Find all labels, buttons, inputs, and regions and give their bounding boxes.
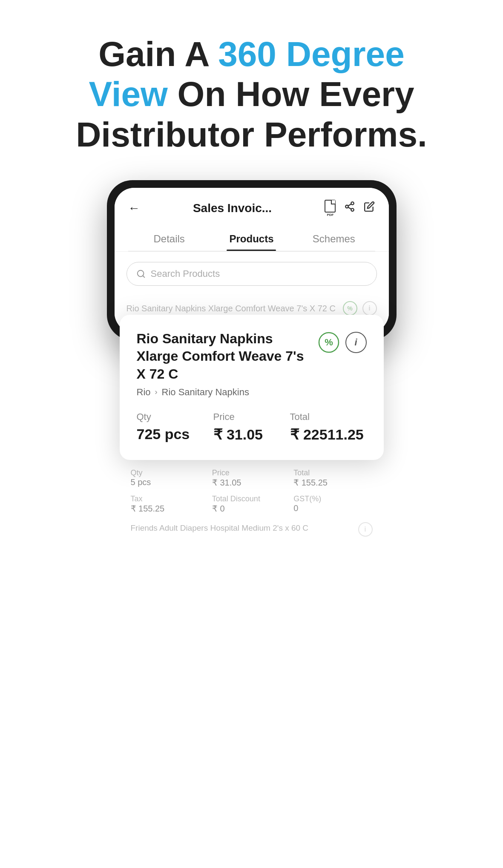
nav-title: Sales Invoic... — [193, 201, 272, 215]
lower-phone-section: Qty 5 pcs Price ₹ 31.05 Total ₹ 155.25 T… — [107, 460, 397, 549]
lower-gst-col: GST(%) 0 — [293, 494, 372, 514]
lower-qty-label: Qty — [131, 468, 210, 477]
lower-grid-2: Tax ₹ 155.25 Total Discount ₹ 0 GST(%) 0 — [131, 494, 373, 514]
phone-screen: ← Sales Invoic... PDF — [115, 188, 389, 333]
back-button[interactable]: ← — [128, 201, 140, 215]
search-bar[interactable]: Search Products — [126, 262, 377, 286]
faded-badge-icon: % — [343, 301, 357, 316]
lower-discount-value: ₹ 0 — [212, 503, 291, 514]
total-label: Total — [290, 411, 367, 423]
discount-badge-icon: % — [318, 332, 339, 353]
lower-discount-label: Total Discount — [212, 494, 291, 503]
lower-price-col: Price ₹ 31.05 — [212, 468, 291, 488]
breadcrumb-parent: Rio — [137, 387, 151, 398]
phone-mockup: ← Sales Invoic... PDF — [107, 180, 397, 549]
svg-text:%: % — [325, 337, 333, 348]
qty-column: Qty 725 pcs — [137, 411, 213, 443]
lower-discount-col: Total Discount ₹ 0 — [212, 494, 291, 514]
faded-product-name: Rio Sanitary Napkins Xlarge Comfort Weav… — [126, 302, 343, 314]
popup-header-icons: % i — [318, 330, 367, 353]
svg-line-4 — [348, 204, 351, 206]
tab-details[interactable]: Details — [128, 225, 210, 251]
phone-nav: ← Sales Invoic... PDF — [128, 200, 375, 225]
doc-shape — [325, 200, 336, 213]
search-placeholder: Search Products — [151, 268, 220, 279]
nav-icons: PDF — [325, 200, 375, 217]
info-icon[interactable]: i — [345, 332, 367, 353]
breadcrumb-child: Rio Sanitary Napkins — [162, 387, 249, 398]
total-column: Total ₹ 22511.25 — [290, 411, 367, 443]
faded-info-icon: i — [362, 301, 377, 316]
pdf-icon[interactable]: PDF — [325, 200, 336, 217]
edit-icon[interactable] — [364, 201, 375, 215]
hero-line2: View On How Every — [89, 75, 414, 113]
lower-tax-value: ₹ 155.25 — [131, 503, 210, 514]
svg-line-3 — [348, 207, 351, 209]
lower-gst-value: 0 — [293, 503, 372, 513]
lower-gst-label: GST(%) — [293, 494, 372, 503]
hero-line1: Gain A 360 Degree — [98, 34, 405, 73]
price-column: Price ₹ 31.05 — [213, 411, 290, 443]
lower-price-label: Price — [212, 468, 291, 477]
svg-line-6 — [143, 276, 144, 277]
lower-next-product-row: Friends Adult Diapers Hospital Medium 2'… — [131, 522, 373, 537]
lower-tax-col: Tax ₹ 155.25 — [131, 494, 210, 514]
lower-total-value: ₹ 155.25 — [293, 477, 372, 488]
lower-qty-col: Qty 5 pcs — [131, 468, 210, 488]
tab-products[interactable]: Products — [210, 225, 293, 251]
lower-total-col: Total ₹ 155.25 — [293, 468, 372, 488]
share-icon[interactable] — [344, 201, 355, 215]
search-icon — [136, 269, 146, 279]
price-label: Price — [213, 411, 290, 423]
popup-card: Rio Sanitary Napkins Xlarge Comfort Weav… — [120, 315, 384, 460]
hero-section: Gain A 360 Degree View On How Every Dist… — [0, 0, 503, 172]
faded-product-icons: % i — [343, 301, 377, 316]
price-value: ₹ 31.05 — [213, 426, 290, 443]
lower-qty-value: 5 pcs — [131, 477, 210, 487]
popup-product-name: Rio Sanitary Napkins Xlarge Comfort Weav… — [137, 330, 318, 383]
total-value: ₹ 22511.25 — [290, 426, 367, 443]
tab-schemes[interactable]: Schemes — [293, 225, 375, 251]
lower-next-product-name: Friends Adult Diapers Hospital Medium 2'… — [131, 523, 309, 534]
qty-label: Qty — [137, 411, 213, 423]
breadcrumb-chevron: › — [155, 388, 158, 397]
popup-breadcrumb: Rio › Rio Sanitary Napkins — [137, 387, 367, 398]
phone-tabs: Details Products Schemes — [128, 225, 375, 251]
lower-total-label: Total — [293, 468, 372, 477]
lower-price-value: ₹ 31.05 — [212, 477, 291, 488]
popup-product-header: Rio Sanitary Napkins Xlarge Comfort Weav… — [137, 330, 367, 383]
lower-info-icon: i — [358, 522, 373, 537]
phone-header: ← Sales Invoic... PDF — [115, 188, 389, 252]
popup-details-grid: Qty 725 pcs Price ₹ 31.05 Total ₹ 22511.… — [137, 411, 367, 443]
lower-grid-1: Qty 5 pcs Price ₹ 31.05 Total ₹ 155.25 — [131, 468, 373, 488]
hero-line3: Distributor Performs. — [76, 115, 427, 154]
hero-title: Gain A 360 Degree View On How Every Dist… — [26, 34, 477, 155]
lower-tax-label: Tax — [131, 494, 210, 503]
qty-value: 725 pcs — [137, 426, 213, 443]
